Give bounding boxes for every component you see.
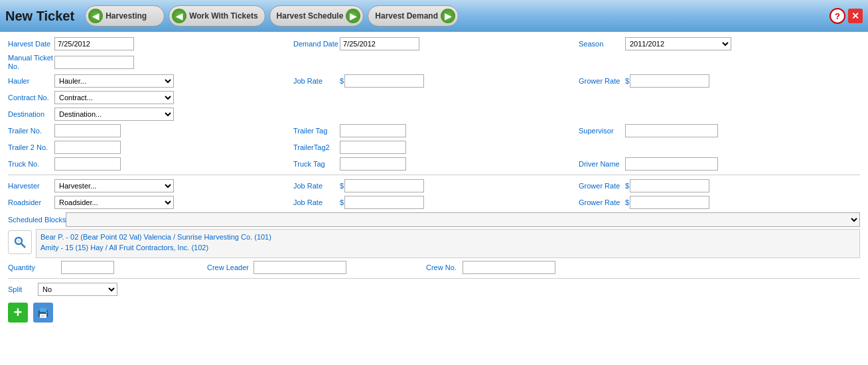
split-select[interactable]: No Yes xyxy=(38,283,117,296)
roadsider-grower-rate-input[interactable] xyxy=(630,196,709,209)
harvester-job-rate-currency: $ xyxy=(340,182,344,190)
bottom-buttons: + xyxy=(8,300,860,323)
row-trailer: Trailer No. Trailer Tag Supervisor xyxy=(8,124,860,137)
roadsider-select[interactable]: Roadsider... xyxy=(54,196,174,209)
harvest-date-label: Harvest Date xyxy=(8,40,54,48)
row-contract: Contract No. Contract... xyxy=(8,91,860,104)
roadsider-grower-rate-currency: $ xyxy=(625,198,629,206)
roadsider-job-rate-currency: $ xyxy=(340,198,344,206)
scheduled-blocks-select[interactable] xyxy=(66,212,860,227)
trailer2-label: Trailer 2 No. xyxy=(8,143,54,151)
block-item-0[interactable]: Bear P. - 02 (Bear Point 02 Val) Valenci… xyxy=(40,232,855,242)
manual-ticket-label: Manual Ticket No. xyxy=(8,54,54,71)
trailer-no-label: Trailer No. xyxy=(8,127,54,135)
driver-name-label: Driver Name xyxy=(579,160,625,168)
nav-right-arrow-demand: ▶ xyxy=(441,9,455,23)
supervisor-input[interactable] xyxy=(625,124,718,137)
harvester-job-rate-input[interactable] xyxy=(344,179,424,192)
close-icon[interactable]: ✕ xyxy=(848,9,863,23)
form-area: Harvest Date Demand Date Season 2011/201… xyxy=(0,32,868,327)
supervisor-label: Supervisor xyxy=(579,127,625,135)
trailer2-input[interactable] xyxy=(54,141,121,154)
hauler-grower-rate-currency: $ xyxy=(625,77,629,85)
crew-leader-input[interactable] xyxy=(253,261,346,274)
harvester-label: Harvester xyxy=(8,182,54,190)
nav-harvest-schedule-label: Harvest Schedule xyxy=(277,11,344,21)
nav-harvesting[interactable]: ◀ Harvesting xyxy=(85,5,165,27)
manual-ticket-input[interactable] xyxy=(54,56,134,69)
truck-no-label: Truck No. xyxy=(8,160,54,168)
hauler-grower-rate-input[interactable] xyxy=(630,74,709,88)
crew-leader-label: Crew Leader xyxy=(207,263,253,271)
trailer-no-input[interactable] xyxy=(54,124,121,137)
nav-harvest-schedule[interactable]: Harvest Schedule ▶ xyxy=(269,5,364,27)
nav-harvesting-label: Harvesting xyxy=(106,11,147,21)
split-label: Split xyxy=(8,285,38,293)
quantity-input[interactable] xyxy=(61,261,114,274)
search-button[interactable] xyxy=(8,230,32,254)
row-manual-ticket: Manual Ticket No. xyxy=(8,54,860,71)
trailer-tag2-input[interactable] xyxy=(340,141,406,154)
hauler-job-rate-currency: $ xyxy=(340,77,344,85)
row-split: Split No Yes xyxy=(8,283,860,296)
row-destination: Destination Destination... xyxy=(8,108,860,121)
add-button[interactable]: + xyxy=(8,303,28,323)
trailer-tag2-label: TrailerTag2 xyxy=(293,143,340,151)
row-quantity: Quantity Crew Leader Crew No. xyxy=(8,261,860,274)
hauler-select[interactable]: Hauler... xyxy=(54,74,174,88)
destination-select[interactable]: Destination... xyxy=(54,108,174,121)
scheduled-blocks-label: Scheduled Blocks xyxy=(8,216,66,224)
printer-icon-svg xyxy=(36,306,50,319)
harvester-grower-rate-input[interactable] xyxy=(630,179,709,192)
demand-date-label: Demand Date xyxy=(293,40,340,48)
roadsider-label: Roadsider xyxy=(8,198,54,206)
search-icon xyxy=(13,236,27,249)
hauler-job-rate-input[interactable] xyxy=(344,74,424,88)
roadsider-job-rate-input[interactable] xyxy=(344,196,424,209)
contract-label: Contract No. xyxy=(8,94,54,102)
season-select[interactable]: 2011/2012 xyxy=(625,37,731,50)
quantity-label: Quantity xyxy=(8,263,54,271)
block-item-1[interactable]: Amity - 15 (15) Hay / All Fruit Contract… xyxy=(40,242,855,253)
harvest-date-input[interactable] xyxy=(54,37,134,50)
nav-harvest-demand-label: Harvest Demand xyxy=(375,11,438,21)
nav-work-tickets-label: Work With Tickets xyxy=(189,11,257,21)
contract-select[interactable]: Contract... xyxy=(54,91,174,104)
truck-tag-label: Truck Tag xyxy=(293,160,340,168)
truck-no-input[interactable] xyxy=(54,157,121,171)
row-scheduled-blocks: Scheduled Blocks xyxy=(8,212,860,227)
row-harvest-date: Harvest Date Demand Date Season 2011/201… xyxy=(8,37,860,50)
harvester-grower-rate-label: Grower Rate xyxy=(579,182,625,190)
nav-left-arrow-work: ◀ xyxy=(172,9,186,23)
page-title: New Ticket xyxy=(5,9,74,24)
svg-line-1 xyxy=(21,244,25,248)
season-label: Season xyxy=(579,40,625,48)
svg-rect-4 xyxy=(40,308,46,312)
header-icons: ? ✕ xyxy=(830,8,863,24)
help-icon[interactable]: ? xyxy=(830,8,845,24)
block-list-area: Bear P. - 02 (Bear Point 02 Val) Valenci… xyxy=(8,229,860,258)
app-header: New Ticket ◀ Harvesting ◀ Work With Tick… xyxy=(0,0,868,32)
hauler-label: Hauler xyxy=(8,77,54,85)
row-hauler: Hauler Hauler... Job Rate $ Grower Rate … xyxy=(8,74,860,88)
hauler-job-rate-label: Job Rate xyxy=(293,77,340,85)
trailer-tag-input[interactable] xyxy=(340,124,406,137)
row-trailer2: Trailer 2 No. TrailerTag2 xyxy=(8,141,860,154)
nav-work-tickets[interactable]: ◀ Work With Tickets xyxy=(169,5,265,27)
nav-right-arrow-schedule: ▶ xyxy=(346,9,360,23)
harvester-grower-rate-currency: $ xyxy=(625,182,629,190)
driver-name-input[interactable] xyxy=(625,157,718,171)
svg-rect-6 xyxy=(46,312,47,313)
truck-tag-input[interactable] xyxy=(340,157,406,171)
roadsider-grower-rate-label: Grower Rate xyxy=(579,198,625,206)
hauler-grower-rate-label: Grower Rate xyxy=(579,77,625,85)
svg-point-2 xyxy=(17,240,20,242)
nav-harvest-demand[interactable]: Harvest Demand ▶ xyxy=(368,5,459,27)
print-button[interactable] xyxy=(33,303,53,323)
demand-date-input[interactable] xyxy=(340,37,419,50)
crew-no-input[interactable] xyxy=(463,261,555,274)
row-roadsider: Roadsider Roadsider... Job Rate $ Grower… xyxy=(8,196,860,209)
harvester-select[interactable]: Harvester... xyxy=(54,179,174,192)
destination-label: Destination xyxy=(8,110,54,118)
trailer-tag-label: Trailer Tag xyxy=(293,127,340,135)
